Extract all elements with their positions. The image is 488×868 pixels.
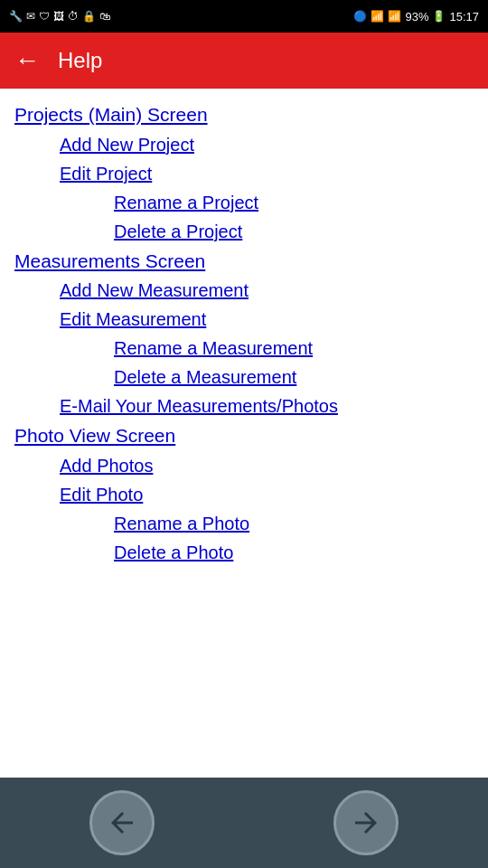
time-display: 15:17 [449,10,479,24]
shield-icon: 🛡 [39,10,50,23]
page-title: Help [58,48,102,73]
back-button[interactable]: ← [14,46,40,75]
signal-icon: 📶 [388,10,401,23]
menu-item-edit-photo[interactable]: Edit Photo [60,480,474,509]
menu-item-edit-project[interactable]: Edit Project [60,159,474,188]
menu-item-delete-a-photo[interactable]: Delete a Photo [114,538,474,567]
forward-arrow-icon [350,807,382,839]
wifi-icon: 📶 [371,10,384,23]
status-icons-right: 🔵 📶 📶 93% 🔋 15:17 [353,10,479,24]
menu-item-delete-a-project[interactable]: Delete a Project [114,217,474,246]
app-header: ← Help [0,33,488,89]
bluetooth-icon: 🔵 [353,10,367,23]
back-arrow-icon [106,807,138,839]
menu-item-photo-view-screen[interactable]: Photo View Screen [14,420,474,451]
menu-item-projects-main-screen[interactable]: Projects (Main) Screen [14,99,474,130]
menu-item-rename-a-project[interactable]: Rename a Project [114,188,474,217]
menu-item-edit-measurement[interactable]: Edit Measurement [60,305,474,334]
help-content: Projects (Main) ScreenAdd New ProjectEdi… [0,89,488,778]
battery-percent: 93% [405,10,428,24]
lock-icon: 🔒 [82,10,96,23]
menu-item-add-photos[interactable]: Add Photos [60,451,474,480]
image-icon: 🖼 [53,10,64,23]
menu-item-add-new-measurement[interactable]: Add New Measurement [60,276,474,305]
status-bar: 🔧 ✉ 🛡 🖼 ⏱ 🔒 🛍 🔵 📶 📶 93% 🔋 15:17 [0,0,488,33]
menu-item-delete-a-measurement[interactable]: Delete a Measurement [114,363,474,392]
bag-icon: 🛍 [99,10,110,23]
menu-item-rename-a-photo[interactable]: Rename a Photo [114,509,474,538]
timer-icon: ⏱ [68,10,79,23]
gmail-icon: ✉ [26,10,35,23]
battery-icon: 🔋 [432,10,446,23]
bottom-navigation [0,778,488,868]
menu-item-add-new-project[interactable]: Add New Project [60,130,474,159]
status-icons-left: 🔧 ✉ 🛡 🖼 ⏱ 🔒 🛍 [9,10,110,23]
wrench-icon: 🔧 [9,10,23,23]
menu-item-email-your-measurements[interactable]: E-Mail Your Measurements/Photos [60,392,474,420]
back-nav-button[interactable] [89,790,155,855]
menu-item-rename-a-measurement[interactable]: Rename a Measurement [114,334,474,363]
menu-item-measurements-screen[interactable]: Measurements Screen [14,246,474,277]
forward-nav-button[interactable] [333,790,399,855]
